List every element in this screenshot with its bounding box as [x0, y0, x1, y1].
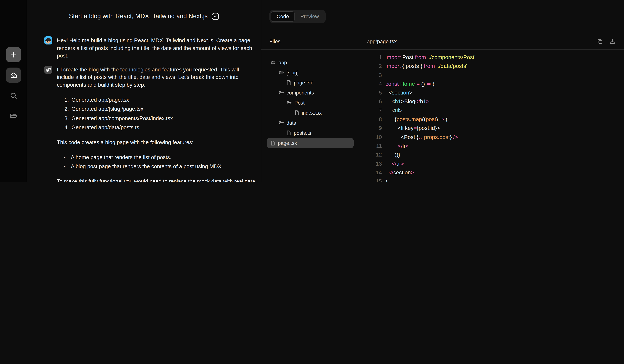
code-line: 13 </ul>: [359, 159, 624, 168]
chat-title-dropdown[interactable]: [211, 13, 219, 20]
code-line: 9 <li key={post.id}>: [359, 124, 624, 133]
file-name: index.tsx: [302, 110, 322, 116]
plus-icon: [9, 50, 18, 59]
line-number: 9: [359, 124, 382, 133]
list-item-text: Generated app/components/Post/index.tsx: [72, 115, 173, 122]
code-text: <section>: [386, 88, 413, 97]
code-line: 14 </section>: [359, 168, 624, 177]
home-icon: [9, 71, 18, 79]
left-rail: [0, 0, 27, 182]
line-number: 2: [359, 62, 382, 71]
workbench-panel: Code Preview Files app/page.tsx app[slug…: [261, 0, 624, 182]
assistant-avatar: [44, 66, 52, 74]
code-preview-toggle: Code Preview: [269, 10, 326, 23]
code-line: 11 </li>: [359, 142, 624, 150]
list-number: 4.: [61, 124, 69, 131]
projects-button[interactable]: [9, 111, 18, 120]
code-line: 4const Home = () ⇒ (: [359, 79, 624, 89]
file-name: posts.ts: [294, 130, 311, 136]
folder-icon: [9, 112, 18, 120]
message-paragraph: I'll create the blog with the technologi…: [57, 66, 257, 89]
code-text: import Post from './components/Post': [386, 53, 475, 62]
workbench-header: Code Preview: [261, 0, 624, 33]
code-text: <li key={post.id}>: [386, 124, 440, 133]
code-text: <ul>: [386, 106, 402, 115]
file-tree-item-index.tsx[interactable]: index.tsx: [267, 108, 354, 118]
code-text: import { posts } from './data/posts': [386, 62, 467, 71]
file-tree: app[slug]page.tsxcomponentsPostindex.tsx…: [261, 50, 359, 182]
folder-icon: [270, 60, 276, 65]
file-name: page.tsx: [294, 80, 313, 86]
code-line: 12 ))}: [359, 150, 624, 159]
list-bullet: •: [64, 153, 67, 161]
file-tree-item-app[interactable]: app: [267, 57, 354, 68]
list-number: 3.: [61, 115, 69, 122]
line-number: 4: [359, 79, 382, 89]
chat-message-assistant: I'll create the blog with the technologi…: [44, 66, 257, 182]
folder-icon: [278, 120, 284, 126]
comet-icon: [45, 67, 51, 73]
code-line: 8 {posts.map((post) ⇒ (: [359, 115, 624, 124]
tab-preview[interactable]: Preview: [295, 11, 325, 22]
list-item-text: A blog post page that renders the conten…: [71, 163, 221, 170]
list-item: •A blog post page that renders the conte…: [57, 163, 257, 170]
page-title: Start a blog with React, MDX, Tailwind a…: [69, 13, 208, 20]
line-number: 13: [359, 159, 382, 168]
file-icon: [270, 140, 275, 146]
tab-code[interactable]: Code: [271, 11, 295, 22]
search-button[interactable]: [9, 91, 18, 100]
new-chat-button[interactable]: [6, 47, 21, 62]
line-number: 7: [359, 106, 382, 115]
files-label: Files: [269, 38, 281, 44]
breadcrumb-dir: app/: [367, 38, 377, 44]
file-name: app: [279, 60, 287, 65]
file-tree-item-data[interactable]: data: [267, 118, 354, 128]
file-tree-item-posts.ts[interactable]: posts.ts: [267, 128, 354, 138]
file-tree-item-components[interactable]: components: [267, 88, 354, 98]
list-number: 1.: [61, 96, 69, 104]
breadcrumb-file: page.tsx: [377, 38, 397, 44]
code-line: 3: [359, 71, 624, 79]
list-item-text: Generated app/[slug]/page.tsx: [72, 105, 143, 113]
file-tree-item-slug[interactable]: [slug]: [267, 68, 354, 78]
message-list: Hey! Help me build a blog using React, M…: [44, 36, 257, 182]
file-tree-item-page.tsx[interactable]: page.tsx: [267, 78, 354, 88]
line-number: 5: [359, 88, 382, 97]
folder-icon: [278, 90, 284, 96]
code-line: 7 <ul>: [359, 106, 624, 115]
file-icon: [294, 110, 299, 116]
file-name: [slug]: [286, 70, 299, 75]
code-text: <h1>Blog</h1>: [386, 97, 429, 106]
file-icon: [286, 80, 291, 85]
copy-icon: [596, 38, 603, 45]
list-item: 1.Generated app/page.tsx: [57, 96, 257, 104]
file-tree-item-Post[interactable]: Post: [267, 98, 354, 108]
editor-header: app/page.tsx: [359, 33, 624, 50]
download-code-button[interactable]: [609, 38, 616, 45]
file-tree-item-page.tsx[interactable]: page.tsx: [267, 138, 354, 148]
files-header: Files: [261, 33, 359, 50]
code-line: 2import { posts } from './data/posts': [359, 62, 624, 71]
line-number: 14: [359, 168, 382, 177]
download-icon: [609, 38, 616, 45]
folder-icon: [286, 100, 292, 105]
line-number: 3: [359, 71, 382, 79]
search-icon: [9, 91, 18, 100]
code-text: </ul>: [386, 159, 404, 168]
home-button[interactable]: [6, 68, 21, 83]
chat-header: Start a blog with React, MDX, Tailwind a…: [27, 0, 261, 32]
code-text: </section>: [386, 168, 414, 177]
list-number: 2.: [61, 105, 69, 113]
line-number: 12: [359, 150, 382, 159]
code-text: {posts.map((post) ⇒ (: [386, 115, 447, 124]
code-text: ))}: [386, 150, 400, 159]
numbered-list: 1.Generated app/page.tsx2.Generated app/…: [57, 96, 257, 131]
code-text: ): [386, 177, 387, 182]
message-paragraph: This code creates a blog page with the f…: [57, 139, 257, 146]
chat-panel: Start a blog with React, MDX, Tailwind a…: [27, 0, 261, 182]
file-icon: [286, 130, 291, 136]
line-number: 6: [359, 97, 382, 106]
list-item: 3.Generated app/components/Post/index.ts…: [57, 115, 257, 122]
code-line: 1import Post from './components/Post': [359, 53, 624, 62]
copy-code-button[interactable]: [596, 38, 603, 45]
